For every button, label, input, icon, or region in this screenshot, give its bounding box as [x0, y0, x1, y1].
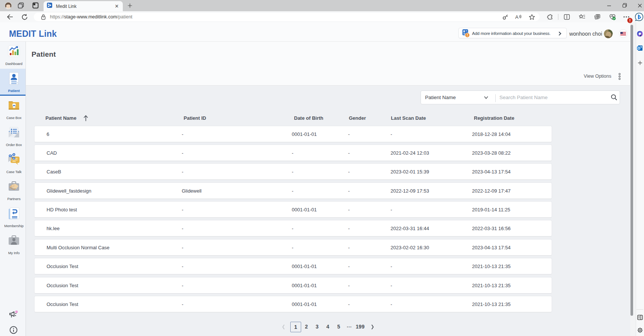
svg-text:A: A	[515, 14, 519, 20]
